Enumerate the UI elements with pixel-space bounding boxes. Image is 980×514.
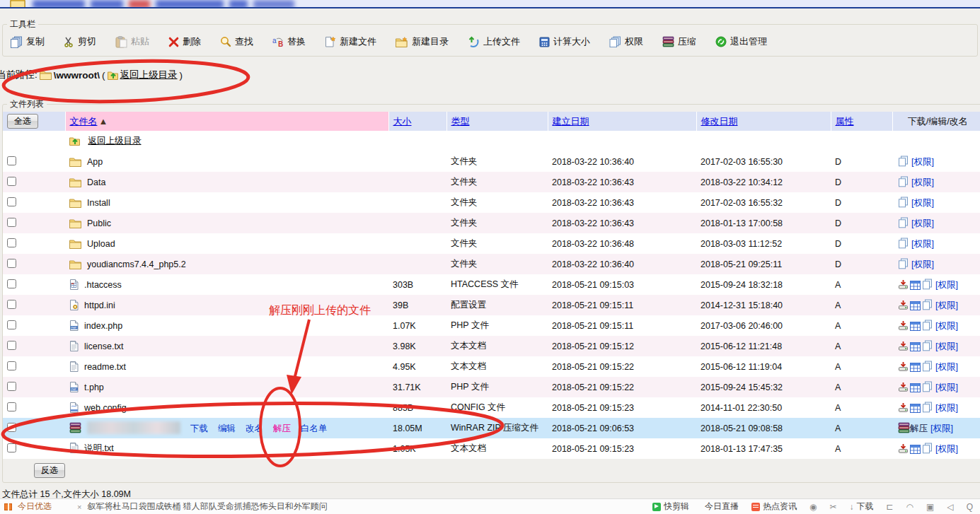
permissions-link[interactable]: [权限] xyxy=(911,198,934,208)
rename-icon[interactable] xyxy=(898,197,909,208)
file-row[interactable]: PHPindex.php1.07KPHP 文件2018-05-21 09:15:… xyxy=(3,315,980,336)
row-checkbox[interactable] xyxy=(7,423,16,432)
row-checkbox[interactable] xyxy=(7,177,16,186)
file-row[interactable]: 说明.txt1.05K文本文档2018-05-21 09:15:232018-0… xyxy=(3,438,980,459)
taskbar-tool-today-live[interactable]: 今日直播 xyxy=(702,501,739,513)
row-inline-link[interactable]: 白名单 xyxy=(301,424,328,433)
rename-icon[interactable] xyxy=(922,443,933,454)
permissions-link[interactable]: [权限] xyxy=(935,382,958,392)
toolbar-button-upload[interactable]: 上传文件 xyxy=(468,35,520,48)
toolbar-button-delete[interactable]: 删除 xyxy=(168,35,201,48)
taskbar-tool-search-q[interactable]: Q xyxy=(967,502,973,512)
taskbar-tool-arc[interactable]: ◠ xyxy=(906,502,913,512)
row-checkbox[interactable] xyxy=(7,279,16,288)
toolbar-button-paste[interactable]: 粘贴 xyxy=(115,35,149,48)
extract-link[interactable]: 解压 xyxy=(910,424,928,433)
permissions-link[interactable]: [权限] xyxy=(935,280,958,290)
close-headline-icon[interactable]: × xyxy=(77,503,81,511)
permissions-link[interactable]: [权限] xyxy=(911,239,934,249)
sort-size-link[interactable]: 大小 xyxy=(393,116,412,127)
toolbar-button-find[interactable]: 查找 xyxy=(220,35,253,48)
permissions-link[interactable]: [权限] xyxy=(935,403,958,413)
row-inline-link[interactable]: 改名 xyxy=(246,424,263,433)
toolbar-button-replace[interactable]: aB替换 xyxy=(272,35,306,48)
taskbar-tool-quick-clip[interactable]: 快剪辑 xyxy=(652,501,689,513)
rename-icon[interactable] xyxy=(922,320,933,331)
file-row[interactable]: readme.txt4.95K文本文档2018-05-21 09:15:2220… xyxy=(3,356,980,377)
toolbar-button-cut[interactable]: 剪切 xyxy=(64,35,96,48)
file-row[interactable]: Data文件夹2018-03-22 10:36:432018-03-22 10:… xyxy=(3,172,980,192)
permissions-link[interactable]: [权限] xyxy=(935,300,958,310)
taskbar-tool-wheel[interactable]: ◉ xyxy=(809,502,817,512)
edit-icon[interactable] xyxy=(910,322,921,331)
toolbar-button-exit[interactable]: 退出管理 xyxy=(715,35,767,48)
taskbar-tool-downloads[interactable]: ↓下载 xyxy=(850,501,874,513)
permissions-link[interactable]: [权限] xyxy=(935,341,958,351)
permissions-link[interactable]: [权限] xyxy=(935,444,958,454)
row-inline-link[interactable]: 解压 xyxy=(273,424,291,433)
toolbar-button-compress[interactable]: 压缩 xyxy=(662,35,696,48)
up-directory-link[interactable]: 返回上级目录 xyxy=(120,69,178,81)
row-checkbox[interactable] xyxy=(7,361,16,370)
sort-modified-link[interactable]: 修改日期 xyxy=(701,116,738,127)
row-checkbox[interactable] xyxy=(7,382,16,391)
download-icon[interactable] xyxy=(898,382,909,392)
row-checkbox[interactable] xyxy=(7,341,16,350)
file-row[interactable]: httpd.ini39B配置设置2018-05-21 09:15:112014-… xyxy=(3,295,980,315)
edit-icon[interactable] xyxy=(910,281,921,290)
row-inline-link[interactable]: 编辑 xyxy=(218,424,236,433)
row-inline-link[interactable]: 下载 xyxy=(190,424,208,433)
edit-icon[interactable] xyxy=(910,363,921,372)
edit-icon[interactable] xyxy=(910,445,921,454)
toolbar-button-copy[interactable]: 复制 xyxy=(10,35,45,48)
file-row[interactable]: license.txt3.98K文本文档2018-05-21 09:15:122… xyxy=(3,336,980,356)
rename-icon[interactable] xyxy=(898,238,909,249)
rename-icon[interactable] xyxy=(898,217,909,228)
rename-icon[interactable] xyxy=(922,402,933,413)
rename-icon[interactable] xyxy=(922,340,933,351)
row-checkbox[interactable] xyxy=(7,320,16,329)
file-row[interactable]: PHPt.php31.71KPHP 文件2018-05-21 09:15:222… xyxy=(3,377,980,397)
file-row[interactable]: Install文件夹2018-03-22 10:36:432017-02-03 … xyxy=(3,192,980,213)
download-icon[interactable] xyxy=(898,341,909,351)
download-icon[interactable] xyxy=(898,443,909,454)
permissions-link[interactable]: [权限] xyxy=(911,218,934,228)
edit-icon[interactable] xyxy=(910,383,921,392)
toolbar-button-calcsize[interactable]: 计算大小 xyxy=(539,35,590,48)
row-checkbox[interactable] xyxy=(7,238,16,247)
permissions-link[interactable]: [权限] xyxy=(935,321,958,331)
row-checkbox[interactable] xyxy=(7,197,16,206)
sort-type-link[interactable]: 类型 xyxy=(451,116,470,127)
rename-icon[interactable] xyxy=(898,258,909,269)
taskbar-tool-hot-news[interactable]: 热点资讯 xyxy=(751,501,797,513)
file-row[interactable]: web.config885BCONFIG 文件2018-05-21 09:15:… xyxy=(3,397,980,418)
invert-select-button[interactable]: 反选 xyxy=(34,463,65,478)
download-icon[interactable] xyxy=(898,300,909,310)
download-icon[interactable] xyxy=(898,402,909,413)
permissions-link[interactable]: [权限] xyxy=(911,259,934,269)
rename-icon[interactable] xyxy=(922,381,933,392)
row-checkbox[interactable] xyxy=(7,443,16,452)
file-row[interactable]: 下载编辑改名解压白名单18.05MWinRAR ZIP 压缩文件2018-05-… xyxy=(3,418,980,438)
taskbar-tool-windows[interactable]: ▣ xyxy=(926,502,934,512)
toolbar-button-newfile[interactable]: 新建文件 xyxy=(325,35,376,48)
download-icon[interactable] xyxy=(898,320,909,331)
row-checkbox[interactable] xyxy=(7,259,16,268)
taskbar-tool-sidebar[interactable]: ⊏ xyxy=(887,502,894,512)
row-checkbox[interactable] xyxy=(7,300,16,309)
rename-icon[interactable] xyxy=(922,279,933,290)
sort-name-link[interactable]: 文件名 xyxy=(70,116,98,127)
select-all-button[interactable]: 全选 xyxy=(7,114,38,129)
sort-created-link[interactable]: 建立日期 xyxy=(553,116,589,127)
permissions-link[interactable]: [权限] xyxy=(911,157,934,167)
download-icon[interactable] xyxy=(898,279,909,290)
file-row[interactable]: App文件夹2018-03-22 10:36:402017-02-03 16:5… xyxy=(3,151,980,172)
up-directory-link[interactable]: 返回上级目录 xyxy=(88,136,141,146)
permissions-link[interactable]: [权限] xyxy=(911,177,934,187)
rename-icon[interactable] xyxy=(898,176,909,187)
row-checkbox[interactable] xyxy=(7,218,16,227)
download-icon[interactable] xyxy=(898,361,909,372)
file-row[interactable]: Public文件夹2018-03-22 10:36:432018-01-13 1… xyxy=(3,213,980,233)
daily-picks-link[interactable]: 今日优选 xyxy=(18,501,52,513)
sort-attr-link[interactable]: 属性 xyxy=(836,116,854,127)
